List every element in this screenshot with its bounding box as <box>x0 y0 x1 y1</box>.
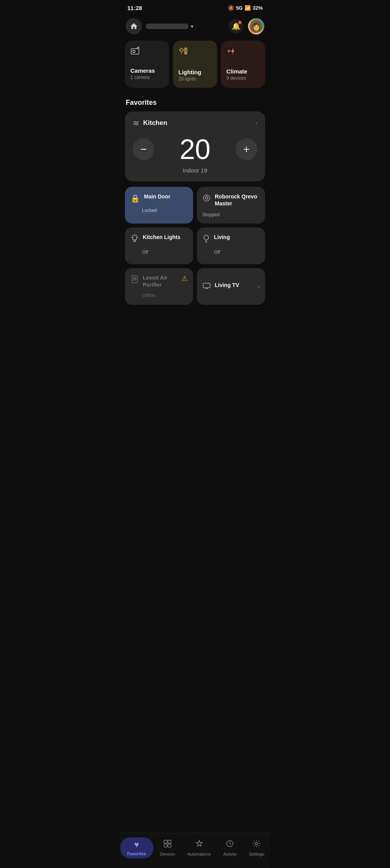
home-icon-button[interactable] <box>126 18 142 34</box>
kitchen-lights-card[interactable]: Kitchen Lights Off <box>125 227 193 264</box>
climate-title: Climate <box>226 68 260 75</box>
living-status: Off <box>202 249 260 255</box>
kitchen-chevron-icon: › <box>255 120 257 126</box>
svg-rect-13 <box>133 235 137 240</box>
user-avatar[interactable]: 👩 <box>248 18 264 34</box>
status-bar: 11:28 🔕 5G 📶 32% <box>120 0 270 14</box>
notifications-button[interactable]: 🔔 <box>229 19 243 34</box>
living-bulb-icon <box>202 234 210 245</box>
temperature-value: 20 <box>180 135 210 163</box>
signal-icon: 📶 <box>245 5 251 11</box>
svg-point-11 <box>205 197 208 199</box>
living-card[interactable]: Living Off <box>197 227 265 264</box>
kitchen-lights-header: Kitchen Lights <box>130 234 188 245</box>
avatar-image: 👩 <box>250 20 263 33</box>
increase-temp-button[interactable]: + <box>236 138 257 160</box>
header-right: 🔔 👩 <box>229 18 264 34</box>
network-label: 5G <box>236 5 243 11</box>
kitchen-title-row: ≋ Kitchen <box>133 118 167 128</box>
svg-point-2 <box>180 48 183 51</box>
main-door-header: 🔒 Main Door <box>130 193 188 203</box>
kitchen-lights-title: Kitchen Lights <box>143 234 180 241</box>
row-door-roborock: 🔒 Main Door Locked Roborock Qrevo Master… <box>120 187 270 227</box>
air-purifier-icon <box>130 275 139 285</box>
svg-rect-21 <box>132 276 137 283</box>
main-door-title: Main Door <box>144 193 170 200</box>
category-card-cameras[interactable]: Cameras 1 camera <box>125 41 169 88</box>
row-levoit-livingtv: Levoit Air Purifier ⚠ Offline Living TV <box>120 268 270 309</box>
roborock-status: Stopped <box>202 212 260 217</box>
levoit-card[interactable]: Levoit Air Purifier ⚠ Offline <box>125 268 193 305</box>
kitchen-lights-status: Off <box>130 249 188 255</box>
roborock-icon <box>202 194 211 204</box>
living-title: Living <box>214 234 230 241</box>
roborock-content: Roborock Qrevo Master <box>202 193 260 207</box>
kitchen-name: Kitchen <box>143 119 167 127</box>
home-name-bar <box>146 24 188 29</box>
main-door-status: Locked <box>130 208 188 213</box>
tv-icon <box>202 282 211 291</box>
time-display: 11:28 <box>127 5 142 11</box>
home-selector[interactable]: ▾ <box>146 23 225 29</box>
svg-point-1 <box>133 50 135 53</box>
climate-icon <box>226 47 260 57</box>
roborock-title: Roborock Qrevo Master <box>215 193 260 207</box>
cameras-sub: 1 camera <box>130 75 164 80</box>
climate-sub: 9 devices <box>226 75 260 81</box>
decrease-temp-button[interactable]: − <box>133 138 154 160</box>
app-header: ▾ 🔔 👩 <box>120 14 270 41</box>
main-door-card[interactable]: 🔒 Main Door Locked <box>125 187 193 224</box>
roborock-card[interactable]: Roborock Qrevo Master Stopped <box>197 187 265 224</box>
living-tv-chevron-icon: › <box>258 283 260 290</box>
kitchen-card[interactable]: ≋ Kitchen › − 20 + Indoor 19 <box>125 111 265 181</box>
living-tv-title: Living TV <box>215 282 239 289</box>
battery-label: 32% <box>253 5 263 11</box>
levoit-title: Levoit Air Purifier <box>143 274 178 288</box>
notification-dot <box>238 21 241 24</box>
category-card-lighting[interactable]: Lighting 20 lights <box>173 41 217 88</box>
bottom-spacer <box>120 309 270 343</box>
lighting-sub: 20 lights <box>178 76 212 82</box>
living-tv-content: Living TV <box>202 282 239 291</box>
thermostat-controls: − 20 + <box>133 135 257 163</box>
category-card-climate[interactable]: Climate 9 devices <box>221 41 265 88</box>
lighting-icon <box>178 47 212 58</box>
silent-icon: 🔕 <box>228 5 234 11</box>
kitchen-header: ≋ Kitchen › <box>133 118 257 128</box>
category-row: Cameras 1 camera Lighting 20 lights Clim… <box>120 41 270 96</box>
home-icon <box>130 22 138 31</box>
living-tv-card[interactable]: Living TV › <box>197 268 265 305</box>
cameras-title: Cameras <box>130 67 164 74</box>
status-icons: 🔕 5G 📶 32% <box>228 5 263 11</box>
chevron-down-icon: ▾ <box>191 23 193 29</box>
lighting-title: Lighting <box>178 69 212 75</box>
warning-icon: ⚠ <box>181 274 188 283</box>
camera-icon <box>130 47 164 56</box>
living-header: Living <box>202 234 260 245</box>
row-kitchen-lights-living: Kitchen Lights Off Living Off <box>120 227 270 268</box>
wavy-lines-icon: ≋ <box>133 118 139 128</box>
levoit-header: Levoit Air Purifier ⚠ <box>130 274 188 288</box>
indoor-label: Indoor 19 <box>133 167 257 174</box>
levoit-status: Offline <box>130 293 188 298</box>
svg-rect-25 <box>203 283 210 288</box>
favorites-section-title: Favorites <box>120 96 270 111</box>
lock-icon: 🔒 <box>130 194 140 203</box>
kitchen-lights-icon <box>130 234 139 245</box>
